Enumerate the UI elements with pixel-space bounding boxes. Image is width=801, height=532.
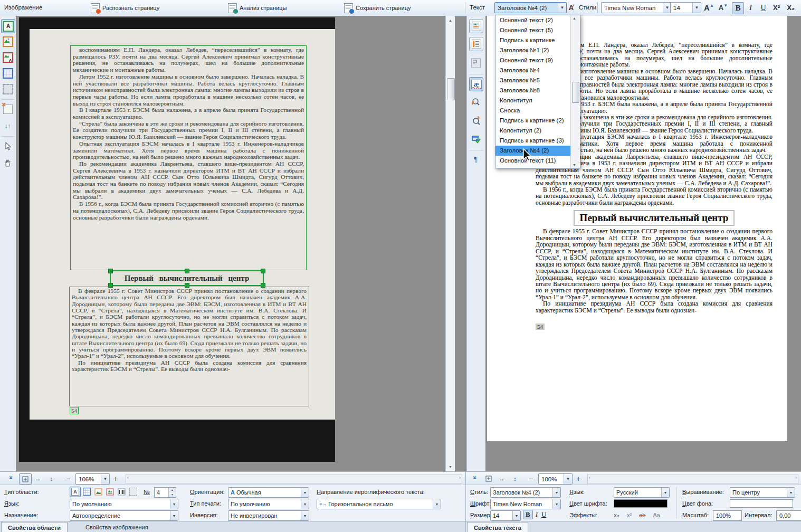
image-pane-horizontal-scrollbar[interactable]: ‹ › <box>126 474 462 484</box>
tab-image-properties[interactable]: Свойства изображения <box>79 522 155 532</box>
scroll-left-icon[interactable]: ‹ <box>589 475 590 480</box>
heading-area-block[interactable]: Первый вычислительный центр <box>110 270 264 286</box>
next-error-button[interactable] <box>469 114 482 127</box>
area-type-table-button[interactable] <box>81 487 92 497</box>
zoom-out-button[interactable]: − <box>62 473 74 483</box>
edit-style-button[interactable]: A∕ <box>566 2 577 13</box>
style-dropdown-item[interactable]: Колонтитул <box>495 96 571 106</box>
style-dropdown-item[interactable]: Заголовок №8 <box>495 86 571 96</box>
scroll-down-icon[interactable]: ▼ <box>573 163 576 167</box>
text-pane-horizontal-scrollbar[interactable]: ‹ › <box>587 474 798 484</box>
style-dropdown-item[interactable]: Основной текст (2) <box>495 15 571 25</box>
styles-button[interactable]: Стили <box>579 4 596 11</box>
area-type-barcode-button[interactable] <box>116 487 127 497</box>
size-combo[interactable]: 14▼ <box>490 510 521 521</box>
zoom-out-button[interactable]: − <box>525 473 537 483</box>
draw-table-area-tool[interactable] <box>1 66 14 80</box>
scroll-right-icon[interactable]: › <box>459 475 461 480</box>
tab-text-properties[interactable]: Свойства текста <box>467 522 528 532</box>
scrollbar-thumb[interactable] <box>447 78 455 100</box>
spinner-arrows[interactable]: ▲▼ <box>168 488 176 497</box>
collapse-panel-icon[interactable]: » <box>7 476 15 480</box>
effect-strikethrough-button[interactable]: ab <box>639 512 649 518</box>
bold-button[interactable]: B <box>732 2 744 14</box>
style-dropdown-item[interactable]: Заголовок №5 <box>495 75 571 86</box>
formatting-marks-button[interactable]: ¶ <box>469 153 482 166</box>
scroll-up-icon[interactable]: ▲ <box>573 16 576 20</box>
view-text-only-button[interactable] <box>469 37 483 51</box>
draw-picture-caption-area-tool[interactable]: A <box>1 51 14 64</box>
style-combo[interactable]: Заголовок №4 (2)▼ <box>490 487 561 498</box>
style-dropdown-item[interactable]: Основной текст (11) <box>495 156 571 166</box>
style-dropdown-item[interactable]: Основной текст (9) <box>495 55 571 65</box>
effect-superscript-button[interactable]: x² <box>627 512 635 518</box>
image-pane-vertical-scrollbar[interactable]: ▲ ▼ <box>445 16 455 471</box>
style-dropdown-item[interactable]: Основной текст (5) <box>495 25 571 35</box>
transfer-text-button[interactable] <box>469 56 482 69</box>
scroll-up-icon[interactable]: ▲ <box>446 16 454 24</box>
selection-handle[interactable] <box>261 269 265 273</box>
draw-picture-area-tool[interactable] <box>1 35 14 48</box>
font-smaller-button[interactable]: A▼ <box>718 2 729 13</box>
orientation-combo[interactable]: А Обычная ▼ <box>228 487 309 498</box>
fit-height-button[interactable]: ↕ <box>509 473 521 483</box>
style-dropdown-item[interactable]: Заголовок №4 <box>495 65 571 75</box>
cjk-direction-combo[interactable]: ≡→ Горизонтальное письмо ▼ <box>317 499 441 509</box>
area-number-spinner[interactable]: 4 ▲▼ <box>154 487 176 498</box>
fit-page-button[interactable] <box>483 473 494 483</box>
italic-button[interactable]: I <box>533 510 540 519</box>
recognized-heading[interactable]: Первый вычислительный центр <box>536 210 773 226</box>
style-dropdown-item[interactable]: Колонтитул (2) <box>495 126 571 136</box>
recognize-page-button[interactable]: Распознать страницу <box>89 2 161 14</box>
zoom-in-button[interactable]: + <box>573 473 584 483</box>
style-dropdown-item[interactable]: Заголовок №4 (2) <box>495 146 571 156</box>
draw-text-area-tool[interactable]: A <box>1 19 15 33</box>
italic-button[interactable]: I <box>745 2 756 13</box>
bold-button[interactable]: B <box>523 510 533 519</box>
fit-width-button[interactable]: ↔ <box>496 473 508 483</box>
recognized-page-number[interactable]: 54 <box>536 324 773 330</box>
spell-check-view-button[interactable]: æ <box>469 77 483 91</box>
page-number-area[interactable]: 54 <box>70 407 79 414</box>
style-dropdown-item[interactable]: Подпись к картинке (3) <box>495 136 571 146</box>
area-type-picture-caption-button[interactable] <box>104 487 116 497</box>
subscript-button[interactable]: X₂ <box>785 2 796 13</box>
language-combo[interactable]: Русский▼ <box>614 487 670 498</box>
effect-small-caps-button[interactable]: Aa <box>653 512 663 518</box>
language-combo[interactable]: По умолчанию ▼ <box>70 499 178 509</box>
bg-color-swatch[interactable] <box>730 499 793 508</box>
zoom-level-combo[interactable]: 106% ▼ <box>75 473 110 484</box>
style-dropdown-item[interactable]: Заголовок №1 (2) <box>495 45 571 55</box>
analyze-page-button[interactable]: Анализ страницы <box>226 2 289 14</box>
collapse-panel-icon[interactable]: » <box>471 476 479 480</box>
area-type-picture-button[interactable] <box>93 487 104 497</box>
text-area-block-1[interactable]: воспоминаниям Е.П. Ландера, оказал Лебед… <box>70 45 307 270</box>
fit-height-button[interactable]: ↕ <box>45 473 57 483</box>
purpose-combo[interactable]: Автоопределение ▼ <box>70 510 178 521</box>
style-combo[interactable]: Заголовок №4 (2) ▼ <box>494 2 567 13</box>
underline-button[interactable]: U <box>758 2 769 13</box>
scroll-right-icon[interactable]: › <box>795 475 797 480</box>
scrollbar-thumb[interactable] <box>572 82 579 103</box>
zoom-level-combo[interactable]: 100% ▼ <box>538 473 573 484</box>
font-larger-button[interactable]: A▲ <box>703 2 714 13</box>
fit-page-button[interactable] <box>19 473 32 484</box>
style-dropdown-item[interactable]: Подпись к картинке <box>495 35 571 45</box>
style-dropdown-item[interactable]: Подпись к картинке (2) <box>495 116 571 126</box>
scroll-left-icon[interactable]: ‹ <box>127 475 129 480</box>
area-type-selection-button[interactable] <box>128 487 139 497</box>
pointer-tool[interactable] <box>1 139 14 153</box>
tab-area-properties[interactable]: Свойства области <box>1 522 68 532</box>
selection-handle[interactable] <box>185 269 189 273</box>
draw-selection-area-tool[interactable] <box>1 82 14 96</box>
print-type-combo[interactable]: По умолчанию ▼ <box>228 499 309 509</box>
inversion-combo[interactable]: Не инвертирован ▼ <box>228 510 309 521</box>
interval-field[interactable]: 0,00 <box>776 510 801 521</box>
image-menu[interactable]: Изображение <box>4 4 42 11</box>
hand-tool[interactable] <box>1 156 14 169</box>
selection-handle[interactable] <box>108 269 113 273</box>
font-color-swatch[interactable] <box>614 499 667 508</box>
reorder-areas-tool[interactable]: ↓↑ <box>1 119 14 132</box>
style-dropdown-scrollbar[interactable]: ▲ ▼ <box>570 15 580 168</box>
scroll-down-icon[interactable]: ▼ <box>446 463 454 471</box>
